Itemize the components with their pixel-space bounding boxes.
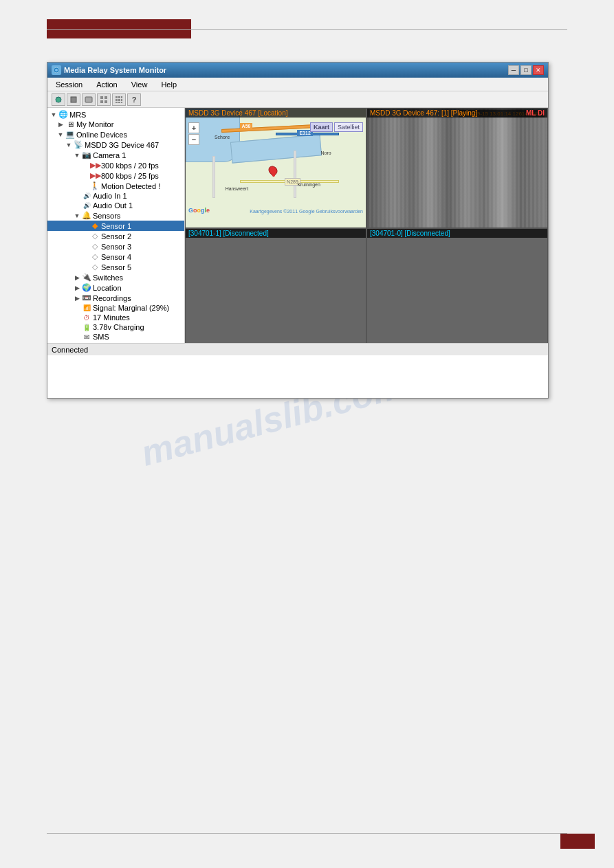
sms-icon: ✉ [82, 333, 91, 341]
svg-rect-15 [116, 102, 118, 103]
expand-icon-location: ▶ [74, 285, 80, 291]
map-controls: + − [188, 122, 199, 145]
video-header-top-left: MSDD 3G Device 467 [Location] [186, 109, 366, 118]
svg-rect-16 [118, 102, 120, 103]
svg-rect-5 [100, 96, 103, 99]
sidebar-item-location[interactable]: ▶ 🌍 Location [47, 282, 184, 293]
toolbar-btn-6[interactable]: ? [127, 93, 141, 106]
svg-rect-9 [116, 96, 118, 98]
menu-view[interactable]: View [129, 79, 151, 90]
sidebar-item-sensor-4[interactable]: ◇ Sensor 4 [47, 252, 184, 262]
sidebar-item-switches[interactable]: ▶ 🔌 Switches [47, 272, 184, 282]
sidebar-item-online-devices[interactable]: ▼ 💻 Online Devices [47, 129, 184, 140]
map-town-noro: Noro [321, 151, 331, 155]
svg-rect-8 [105, 100, 107, 103]
video-cell-top-right[interactable]: MSDD 3G Device 467: [1] [Playing] ML DI [366, 108, 548, 228]
sidebar-item-sensor-2[interactable]: ◇ Sensor 2 [47, 231, 184, 241]
map-bg: A58 E312 N289 Schore Hansweert Kruininge… [186, 109, 366, 227]
minimize-button[interactable]: ─ [508, 65, 519, 75]
sidebar-item-audio-out[interactable]: 🔊 Audio Out 1 [47, 201, 184, 210]
sidebar-item-camera-1[interactable]: ▼ 📷 Camera 1 [47, 150, 184, 160]
toolbar-btn-3[interactable] [82, 93, 96, 106]
disconnected-screen-left [186, 229, 366, 343]
msdd-label: MSDD 3G Device 467 [85, 141, 159, 149]
menu-action[interactable]: Action [94, 79, 120, 90]
svg-rect-3 [71, 97, 76, 102]
sidebar-item-sensor-3[interactable]: ◇ Sensor 3 [47, 241, 184, 252]
no-expand-2 [82, 173, 89, 179]
no-expand-6 [82, 223, 89, 230]
sidebar-item-sensor-1[interactable]: ◆ Sensor 1 [47, 221, 184, 231]
close-button[interactable]: ✕ [533, 65, 544, 75]
sidebar-item-sms[interactable]: ✉ SMS [47, 332, 184, 342]
map-water-2 [230, 135, 321, 164]
map-tab-kaart[interactable]: Kaart [310, 122, 333, 132]
sensor-2-label: Sensor 2 [101, 232, 131, 241]
audio-in-icon: 🔊 [82, 192, 91, 199]
expand-icon-switches: ▶ [74, 274, 80, 281]
no-expand-8 [82, 243, 89, 250]
no-expand-signal [74, 304, 80, 311]
sidebar-item-stream-800[interactable]: ▶▶ 800 kbps / 25 fps [47, 170, 184, 181]
video-grid: MSDD 3G Device 467 [Location] [185, 108, 548, 343]
audio-out-label: Audio Out 1 [93, 201, 133, 210]
road-label-a58: A58 [240, 123, 253, 129]
sidebar-item-mrs[interactable]: ▼ 🌐 MRS [47, 109, 184, 120]
map-tab-satelliet[interactable]: Satelliet [334, 122, 363, 132]
toolbar-btn-5[interactable] [112, 93, 126, 106]
no-expand-1 [82, 162, 89, 169]
svg-rect-7 [100, 100, 103, 103]
my-monitor-label: My Monitor [76, 120, 113, 129]
sidebar-item-sensors[interactable]: ▼ 🔔 Sensors [47, 210, 184, 221]
sidebar-item-msdd-467[interactable]: ▼ 📡 MSDD 3G Device 467 [47, 140, 184, 150]
expand-icon-online: ▼ [57, 131, 64, 138]
map-zoom-out[interactable]: − [188, 134, 199, 145]
hr-bottom [47, 833, 567, 834]
sensor-3-icon: ◇ [90, 242, 100, 251]
camera-feed: 2011-09-15 13:01:14 1261435431 [367, 109, 547, 227]
charging-icon: 🔋 [82, 324, 91, 331]
sidebar-item-motion[interactable]: 🚶 Motion Detected ! [47, 181, 184, 191]
google-logo: Google [188, 207, 210, 214]
no-expand-4 [74, 192, 80, 199]
video-badge-top-right: ML DI [526, 109, 545, 117]
camera-lines-effect [367, 109, 547, 227]
no-expand-7 [82, 233, 89, 240]
sidebar-item-sensor-5[interactable]: ◇ Sensor 5 [47, 262, 184, 272]
offline-icon: 💻 [65, 342, 75, 343]
hr-top [47, 29, 567, 30]
no-expand-5 [74, 202, 80, 209]
sidebar-item-my-monitor[interactable]: ▶ 🖥 My Monitor [47, 120, 184, 129]
camera-label: Camera 1 [93, 151, 126, 159]
maximize-button[interactable]: □ [520, 65, 531, 75]
sidebar-item-recordings[interactable]: ▶ 📼 Recordings [47, 293, 184, 303]
switches-icon: 🔌 [82, 273, 91, 282]
sidebar-item-minutes[interactable]: ⏱ 17 Minutes [47, 313, 184, 322]
toolbar-btn-2[interactable] [67, 93, 80, 106]
charging-label: 3.78v Charging [93, 323, 144, 331]
map-zoom-in[interactable]: + [188, 122, 199, 133]
video-cell-bottom-right: [304701-0] [Disconnected] [366, 228, 548, 343]
video-header-top-right: MSDD 3G Device 467: [1] [Playing] ML DI [367, 109, 547, 118]
menu-session[interactable]: Session [53, 79, 85, 90]
sensor-3-label: Sensor 3 [101, 243, 131, 251]
expand-icon-recordings: ▶ [74, 295, 80, 302]
no-expand-9 [82, 254, 89, 260]
sidebar-item-charging[interactable]: 🔋 3.78v Charging [47, 322, 184, 332]
sidebar-item-audio-in[interactable]: 🔊 Audio In 1 [47, 191, 184, 201]
toolbar-btn-4[interactable] [97, 93, 111, 106]
no-expand-minutes [74, 314, 80, 321]
menu-help[interactable]: Help [158, 79, 179, 90]
minutes-label: 17 Minutes [93, 313, 130, 322]
content-area: ▼ 🌐 MRS ▶ 🖥 My Monitor ▼ 💻 Online Device… [47, 108, 548, 343]
sidebar-item-offline-devices[interactable]: 💻 Offline Devices [47, 342, 184, 343]
my-monitor-icon: 🖥 [65, 120, 75, 129]
sidebar-item-stream-300[interactable]: ▶▶ 300 kbps / 20 fps [47, 160, 184, 170]
sms-label: SMS [93, 333, 109, 341]
sidebar-item-signal[interactable]: 📶 Signal: Marginal (29%) [47, 303, 184, 313]
stream-300-icon: ▶▶ [90, 161, 100, 170]
audio-out-icon: 🔊 [82, 202, 91, 209]
road-vert-2 [294, 151, 296, 198]
toolbar-btn-1[interactable] [52, 93, 65, 106]
video-cell-top-left[interactable]: MSDD 3G Device 467 [Location] [185, 108, 366, 228]
